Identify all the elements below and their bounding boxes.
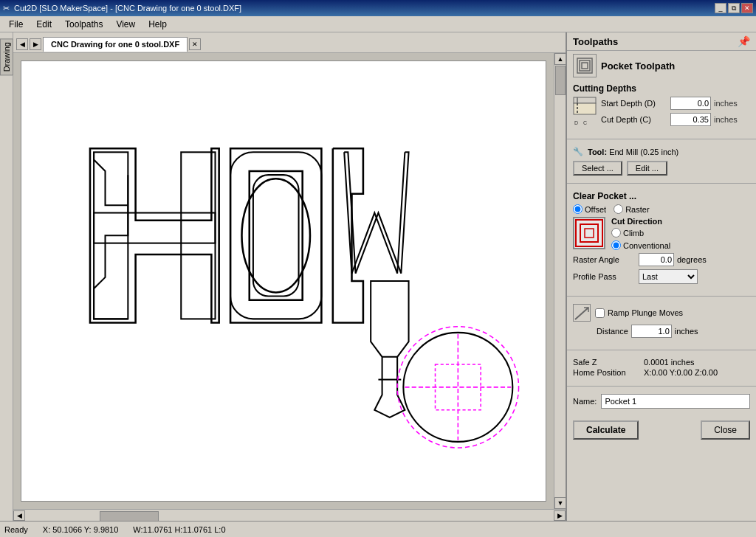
profile-pass-select[interactable]: Last First None <box>639 269 698 284</box>
tab-bar: ◀ ▶ CNC Drawing for one 0 stool.DXF ✕ <box>13 32 566 53</box>
panel-pin-button[interactable]: 📌 <box>738 35 750 47</box>
name-input[interactable] <box>601 394 750 409</box>
status-coords: X: 50.1066 Y: 9.9810 <box>43 525 119 534</box>
restore-button[interactable]: ⧉ <box>728 3 740 13</box>
document-tab[interactable]: CNC Drawing for one 0 stool.DXF <box>43 37 188 52</box>
status-ready: Ready <box>4 525 28 534</box>
scroll-thumb-h[interactable] <box>100 511 159 522</box>
scroll-down-button[interactable]: ▼ <box>554 497 566 509</box>
conventional-radio-label[interactable]: Conventional <box>611 240 670 250</box>
select-tool-button[interactable]: Select ... <box>573 161 622 176</box>
close-panel-button[interactable]: Close <box>701 420 750 440</box>
canvas-container[interactable] <box>13 53 554 509</box>
ramp-header: Ramp Plunge Moves <box>573 304 750 322</box>
conventional-radio[interactable] <box>611 240 621 250</box>
left-sidebar: Drawing <box>0 32 13 521</box>
status-dimensions: W:11.0761 H:11.0761 L:0 <box>133 525 225 534</box>
ramp-distance-row: Distance inches <box>597 325 750 338</box>
tool-label: Tool: End Mill (0.25 inch) <box>588 148 678 156</box>
tab-prev-button[interactable]: ◀ <box>16 38 28 50</box>
drawing-canvas <box>21 60 546 502</box>
menu-edit[interactable]: Edit <box>30 18 58 31</box>
window-title: Cut2D [SLO MakerSpace] - [CNC Drawing fo… <box>14 4 241 13</box>
pocket-toolpath-icon <box>573 54 597 77</box>
name-row: Name: <box>573 394 750 409</box>
ramp-icon <box>573 304 591 322</box>
cut-direction-title: Cut Direction <box>611 217 670 226</box>
minimize-button[interactable]: _ <box>715 3 726 13</box>
edit-tool-button[interactable]: Edit ... <box>627 161 667 176</box>
profile-pass-label: Profile Pass <box>573 272 636 281</box>
canvas-wrapper: ▲ ▼ <box>13 53 566 509</box>
drawing-svg <box>21 61 546 501</box>
toolpaths-panel: Toolpaths 📌 Pocket Toolpath Cutting Dept… <box>566 32 756 521</box>
scroll-track-h[interactable] <box>25 510 554 521</box>
scroll-left-button[interactable]: ◀ <box>13 510 25 521</box>
menu-bar: File Edit Toolpaths View Help <box>0 16 756 32</box>
title-bar-title: ✂ Cut2D [SLO MakerSpace] - [CNC Drawing … <box>3 4 241 13</box>
svg-point-5 <box>241 179 309 292</box>
cut-depth-input[interactable] <box>670 113 711 126</box>
app-icon: ✂ <box>3 4 10 13</box>
cut-depth-row: Cut Depth (C) inches <box>601 113 738 126</box>
tab-next-button[interactable]: ▶ <box>30 38 41 50</box>
conventional-label: Conventional <box>623 241 670 250</box>
calculate-button[interactable]: Calculate <box>573 420 639 440</box>
raster-angle-label: Raster Angle <box>573 255 636 264</box>
menu-file[interactable]: File <box>3 18 29 31</box>
main-container: Drawing ◀ ▶ CNC Drawing for one 0 stool.… <box>0 32 756 521</box>
action-buttons-row: Calculate Close <box>567 418 756 443</box>
scroll-track-v[interactable] <box>554 65 566 497</box>
scroll-right-button[interactable]: ▶ <box>554 510 566 521</box>
name-label: Name: <box>573 397 597 406</box>
scrollbar-vertical[interactable]: ▲ ▼ <box>554 53 566 509</box>
scrollbar-horizontal[interactable]: ◀ ▶ <box>13 509 566 521</box>
cut-direction-icon <box>573 217 605 249</box>
ramp-distance-input[interactable] <box>631 325 672 338</box>
divider-2 <box>567 183 756 184</box>
home-position-label: Home Position <box>573 368 639 377</box>
raster-label: Raster <box>625 205 649 214</box>
tab-close-x-button[interactable]: ✕ <box>189 38 201 50</box>
offset-radio[interactable] <box>573 204 583 214</box>
offset-radio-label[interactable]: Offset <box>573 204 606 214</box>
drawing-tab[interactable]: Drawing <box>0 38 13 75</box>
svg-rect-4 <box>253 175 299 296</box>
climb-radio[interactable] <box>611 228 621 238</box>
ramp-checkbox[interactable] <box>595 308 605 318</box>
tool-icon: 🔧 <box>573 147 583 156</box>
pocket-type-radio-group: Offset Raster <box>573 204 750 214</box>
menu-help[interactable]: Help <box>142 18 173 31</box>
ramp-checkbox-label[interactable]: Ramp Plunge Moves <box>595 308 683 318</box>
divider-1 <box>567 139 756 139</box>
svg-rect-3 <box>230 152 321 319</box>
cut-direction-radios: Climb Conventional <box>611 228 670 250</box>
safe-z-value: 0.0001 inches <box>644 358 695 367</box>
raster-angle-row: Raster Angle degrees <box>573 253 750 266</box>
divider-4 <box>567 350 756 350</box>
svg-text:C: C <box>583 120 587 125</box>
pocket-toolpath-label: Pocket Toolpath <box>601 60 675 72</box>
home-position-row: Home Position X:0.00 Y:0.00 Z:0.00 <box>573 368 750 377</box>
raster-radio-label[interactable]: Raster <box>614 204 649 214</box>
menu-view[interactable]: View <box>110 18 141 31</box>
start-depth-input[interactable] <box>670 97 711 110</box>
menu-toolpaths[interactable]: Toolpaths <box>59 18 109 31</box>
tool-section: 🔧 Tool: End Mill (0.25 inch) Select ... … <box>567 144 756 179</box>
svg-rect-15 <box>582 63 588 69</box>
raster-radio[interactable] <box>614 204 623 214</box>
clear-pocket-title: Clear Pocket ... <box>573 191 750 201</box>
raster-angle-input[interactable] <box>639 253 674 266</box>
offset-label: Offset <box>585 205 606 214</box>
close-button[interactable]: ✕ <box>741 3 753 13</box>
scroll-thumb-v[interactable] <box>555 66 566 95</box>
profile-pass-row: Profile Pass Last First None <box>573 269 750 284</box>
svg-rect-24 <box>585 229 594 238</box>
climb-radio-label[interactable]: Climb <box>611 228 670 238</box>
panel-title: Toolpaths <box>573 36 618 47</box>
scroll-up-button[interactable]: ▲ <box>554 53 566 65</box>
divider-3 <box>567 296 756 297</box>
home-position-value: X:0.00 Y:0.00 Z:0.00 <box>644 368 718 377</box>
svg-rect-1 <box>181 152 215 319</box>
panel-header: Toolpaths 📌 <box>567 32 756 51</box>
